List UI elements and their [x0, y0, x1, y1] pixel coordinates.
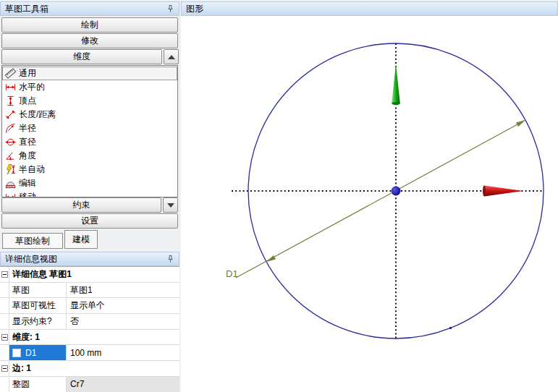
details-row-show-constraints: 显示约束? 否 — [0, 314, 179, 330]
general-dimension-icon — [5, 68, 16, 79]
tool-item-diameter[interactable]: 直径 — [2, 135, 177, 149]
tool-label: 半自动 — [19, 163, 45, 176]
details-group-header-row: 边: 1 — [0, 361, 179, 377]
tool-item-radius[interactable]: 半径 — [2, 122, 177, 135]
graphics-title: 图形 — [186, 3, 203, 15]
row-value[interactable]: 显示单个 — [67, 298, 179, 313]
draw-section-button[interactable]: 绘制 — [1, 17, 178, 33]
tool-item-angle[interactable]: 角度 — [2, 149, 177, 163]
scroll-down-button[interactable] — [163, 197, 178, 213]
tool-label: 角度 — [19, 150, 36, 162]
tool-label: 半径 — [19, 122, 36, 135]
graphics-header: 图形 — [181, 1, 558, 16]
settings-section-button[interactable]: 设置 — [1, 213, 178, 229]
row-value[interactable]: 否 — [67, 314, 179, 329]
edit-dimension-icon — [5, 178, 16, 189]
x-axis-arrow — [483, 186, 523, 197]
graphics-canvas[interactable]: D1 — [181, 16, 558, 392]
tool-label: 水平的 — [19, 81, 45, 93]
semi-automatic-icon — [5, 164, 16, 175]
row-label: 显示约束? — [9, 314, 67, 329]
tool-item-edit[interactable]: 编辑 — [2, 176, 177, 190]
sketching-toolbox-header: 草图工具箱 — [0, 1, 179, 16]
triangle-down-icon — [167, 203, 174, 208]
tool-item-move[interactable]: 移动 — [2, 190, 177, 197]
group-header-sketch: 详细信息 草图1 — [9, 267, 179, 282]
origin-point[interactable] — [392, 187, 401, 196]
triangle-up-icon — [168, 55, 175, 59]
details-row-d1: D1 100 mm — [0, 345, 179, 361]
collapse-icon[interactable] — [1, 334, 8, 341]
tool-label: 直径 — [19, 136, 36, 148]
details-row-visibility: 草图可视性 显示单个 — [0, 298, 179, 314]
details-group-header-row: 详细信息 草图1 — [0, 267, 179, 283]
collapse-icon[interactable] — [1, 365, 8, 372]
tool-item-length-distance[interactable]: 长度/距离 — [2, 108, 177, 122]
row-value[interactable]: 草图1 — [67, 283, 179, 298]
scroll-up-button[interactable] — [164, 49, 179, 64]
tool-item-general[interactable]: 通用 — [2, 67, 177, 80]
length-distance-icon — [5, 109, 16, 120]
constraints-section-button[interactable]: 约束 — [1, 197, 161, 213]
tab-modeling[interactable]: 建模 — [64, 230, 98, 249]
angle-dimension-icon — [5, 150, 16, 161]
group-header-edges: 边: 1 — [9, 361, 179, 376]
details-grid: 详细信息 草图1 草图 草图1 草图可视性 显示单个 显示约束? 否 维度: 1… — [0, 266, 179, 392]
modify-section-button[interactable]: 修改 — [1, 33, 178, 48]
vertical-dimension-icon — [5, 95, 16, 106]
details-view-title: 详细信息视图 — [5, 253, 57, 265]
tool-label: 顶点 — [19, 95, 36, 107]
group-header-dimensions: 维度: 1 — [9, 330, 179, 345]
tool-label: 移动 — [19, 191, 36, 197]
row-label: 整圆 — [9, 377, 67, 392]
move-dimension-icon — [5, 192, 16, 197]
tab-sketching[interactable]: 草图绘制 — [2, 233, 63, 249]
dimension-d1-annotation[interactable]: D1 — [226, 120, 525, 279]
pin-icon[interactable] — [166, 4, 174, 13]
row-label: 草图可视性 — [9, 298, 67, 313]
sketching-toolbox-title: 草图工具箱 — [5, 3, 48, 15]
tab-sketching-label: 草图绘制 — [15, 235, 50, 247]
circle-vertex-marker — [449, 327, 452, 329]
details-row-sketch: 草图 草图1 — [0, 283, 179, 299]
left-pane: 草图工具箱 绘制 修改 维度 通用 水平的 — [0, 0, 179, 392]
tab-modeling-label: 建模 — [72, 234, 90, 246]
details-row-full-circle: 整圆 Cr7 — [0, 377, 179, 392]
details-group-header-row: 维度: 1 — [0, 330, 179, 346]
dimensions-section-button[interactable]: 维度 — [1, 49, 162, 64]
tool-label: 通用 — [19, 67, 36, 80]
details-view-header: 详细信息视图 — [0, 252, 179, 266]
diameter-dimension-icon — [5, 137, 16, 148]
dimension-name: D1 — [25, 348, 36, 358]
horizontal-dimension-icon — [5, 82, 16, 93]
tool-item-horizontal[interactable]: 水平的 — [2, 80, 177, 94]
dimension-tool-list: 通用 水平的 顶点 长度/距离 — [1, 65, 178, 197]
tool-label: 编辑 — [19, 177, 36, 189]
y-axis-arrow — [392, 64, 400, 105]
tool-item-vertical[interactable]: 顶点 — [2, 94, 177, 108]
radius-dimension-icon — [5, 123, 16, 134]
tool-item-semi-automatic[interactable]: 半自动 — [2, 163, 177, 176]
dimension-label[interactable]: D1 — [226, 268, 238, 279]
pin-icon[interactable] — [166, 255, 174, 263]
collapse-icon[interactable] — [1, 271, 8, 278]
tool-label: 长度/距离 — [19, 108, 56, 121]
dimension-reference-checkbox[interactable] — [12, 349, 21, 357]
row-value: Cr7 — [67, 377, 179, 392]
row-label: 草图 — [9, 283, 67, 298]
dimension-value[interactable]: 100 mm — [67, 345, 179, 360]
dimension-d1-cell[interactable]: D1 — [9, 345, 67, 360]
